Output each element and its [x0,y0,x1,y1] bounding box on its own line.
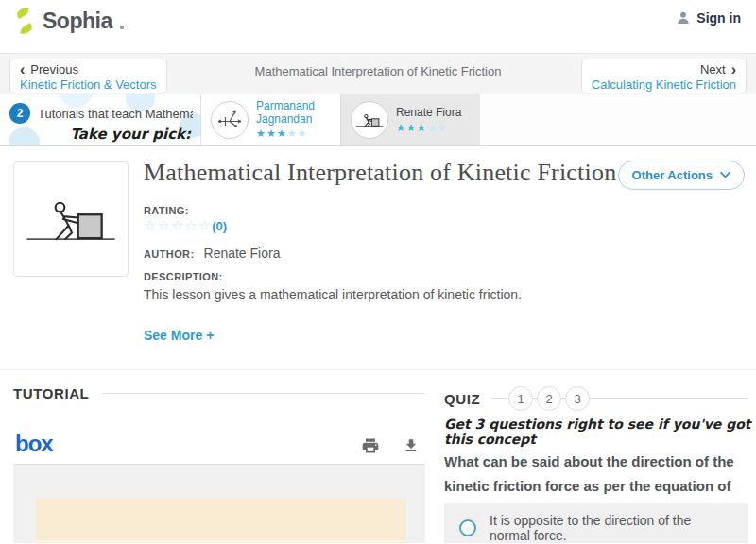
top-header: Sophia Sign in [0,0,756,53]
sophia-logo[interactable]: Sophia [13,7,124,35]
tutorial-picker-promo: 2 Tutorials that teach Mathematic Take y… [0,94,200,145]
user-icon [676,10,691,26]
quiz-tagline: Get 3 questions right to see if you've g… [444,416,752,447]
chevron-left-icon: ‹ [20,65,25,75]
tutor-name: Renate Fiora [396,107,461,120]
current-lesson-title: Mathematical Interpretation of Kinetic F… [255,64,502,78]
tutor-name: Parmanand Jagnandan [256,100,335,127]
lesson-thumbnail [13,162,129,277]
download-icon[interactable] [403,437,420,454]
other-actions-label: Other Actions [632,168,713,182]
author-name: Renate Fiora [204,246,281,261]
viewer-toolbar: box [13,427,425,465]
rating-count-link[interactable]: (0) [212,219,227,233]
tutorial-section-header: TUTORIAL [13,385,425,401]
tutorial-heading: TUTORIAL [13,385,89,401]
document-viewer: box [13,427,425,543]
lesson-navbar: ‹Previous Kinetic Friction & Vectors Mat… [0,53,756,94]
quiz-heading: QUIZ [444,391,480,407]
sophia-leaf-icon [13,7,36,35]
tutor-avatar [211,101,249,139]
tutor-star-rating: ★★★★★ [256,128,335,140]
answer-option-text: It is opposite to the direction of the n… [490,513,733,543]
author-label: AUTHOR: [144,248,195,260]
description-label: DESCRIPTION: [144,271,745,282]
logo-dot [120,26,124,29]
print-icon[interactable] [361,436,380,455]
document-page-preview [36,499,406,543]
description-text: This lesson gives a mathematical interpr… [144,287,745,302]
page: Sophia Sign in ‹Previous Kinetic Frictio… [0,0,756,544]
lesson-title: Mathematical Interpretation of Kinetic F… [144,159,616,187]
see-more-link[interactable]: See More + [144,328,214,343]
sign-in-button[interactable]: Sign in [676,10,741,26]
bottom-section: TUTORIAL box [0,370,756,543]
rating-label: RATING: [144,205,745,216]
lesson-info: Mathematical Interpretation of Kinetic F… [144,146,756,344]
rating-stars: ☆☆☆☆☆ [144,217,212,234]
logo-text: Sophia [43,8,112,34]
tutor-card-renate-fiora[interactable]: Renate Fiora ★★★★★ [340,94,480,145]
radio-button[interactable] [459,519,476,536]
next-label: Next [700,62,726,76]
other-actions-button[interactable]: Other Actions [618,161,745,190]
previous-label: Previous [30,62,78,76]
tutor-star-rating: ★★★★★ [396,122,461,134]
divider-line [102,393,425,394]
box-logo[interactable]: box [15,433,53,455]
quiz-step-1: 1 [508,386,533,411]
tutor-avatar [351,101,388,139]
next-lesson-button[interactable]: Next› Calculating Kinetic Friction [581,59,747,94]
previous-lesson-button[interactable]: ‹Previous Kinetic Friction & Vectors [9,59,167,94]
picker-filler [480,94,756,145]
next-lesson-title: Calculating Kinetic Friction [592,77,736,92]
tutorial-picker-heading: Tutorials that teach Mathematic [38,107,193,121]
lesson-info-section: Mathematical Interpretation of Kinetic F… [0,146,756,370]
quiz-answer-option[interactable]: It is opposite to the direction of the n… [444,503,748,543]
tutorial-count-badge: 2 [9,103,30,124]
chevron-down-icon [720,172,730,178]
sign-in-label: Sign in [696,10,741,26]
viewer-canvas[interactable] [13,465,425,543]
quiz-section-header: QUIZ 1 2 3 [444,385,748,412]
quiz-step-3: 3 [565,386,590,411]
chevron-right-icon: › [731,65,736,75]
quiz-step-2: 2 [537,386,561,411]
quiz-progress-steps: 1 2 3 [491,385,748,412]
tutor-card-parmanand-jagnandan[interactable]: Parmanand Jagnandan ★★★★★ [200,94,340,145]
tutorial-picker: 2 Tutorials that teach Mathematic Take y… [0,94,756,146]
tutorial-picker-tagline: Take your pick: [9,126,193,143]
previous-lesson-title: Kinetic Friction & Vectors [20,77,157,92]
